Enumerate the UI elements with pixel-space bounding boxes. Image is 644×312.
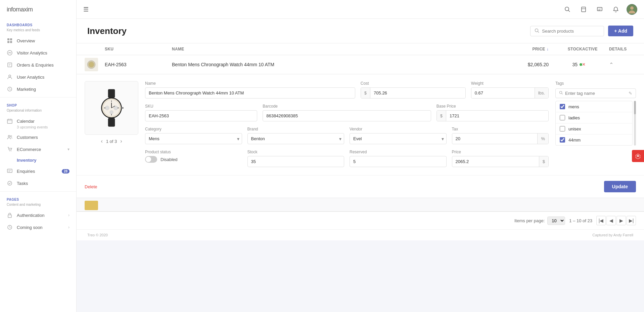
svg-point-9 (8, 135, 10, 137)
sidebar-item-enquiries[interactable]: Enquiries 28 (0, 165, 76, 177)
update-button[interactable]: Update (604, 181, 636, 192)
tag-mens-checkbox[interactable] (560, 104, 565, 109)
svg-point-40 (560, 91, 562, 94)
page-next-button[interactable]: ▶ (616, 216, 626, 225)
next-arrow-icon[interactable]: › (120, 138, 122, 144)
per-page-select[interactable]: 10 25 50 (547, 217, 565, 225)
col-header-price[interactable]: Price ↓ (495, 47, 549, 51)
brand-select-wrapper: Benton ▾ (247, 133, 344, 144)
sku-input[interactable] (145, 110, 257, 121)
footer-left: Treo © 2020 (87, 233, 108, 237)
shop-section: SHOP (0, 100, 76, 109)
sidebar-item-orders[interactable]: Orders & Enquiries (0, 59, 76, 71)
auth-chevron-icon: › (68, 213, 70, 218)
svg-point-22 (535, 29, 538, 32)
avatar[interactable] (627, 4, 637, 15)
tag-unisex: unisex (556, 123, 632, 134)
name-input[interactable] (145, 87, 355, 99)
product-thumbnail (85, 58, 98, 71)
details-chevron-icon[interactable]: ⌃ (609, 62, 613, 68)
sidebar-item-tasks[interactable]: Tasks (0, 177, 76, 189)
page-title: Inventory (87, 26, 530, 36)
tag-ladies: ladies (556, 112, 632, 123)
barcode-input[interactable] (263, 110, 431, 121)
weight-field-group: Weight lbs. (471, 81, 549, 99)
bookmarks-icon[interactable] (578, 4, 589, 15)
sidebar-item-customers[interactable]: Customers (0, 131, 76, 143)
tag-ladies-checkbox[interactable] (560, 115, 565, 120)
col-header-stock: Stock (549, 47, 582, 51)
detail-panel-container: ‹ 1 of 3 › Name (77, 74, 644, 198)
col-header-sku: SKU (105, 47, 172, 51)
footer: Treo © 2020 Captured by Andy Farrell (77, 229, 644, 240)
image-nav-controls: ‹ 1 of 3 › (85, 138, 138, 144)
sidebar-sub-inventory[interactable]: Inventory (17, 155, 76, 165)
action-row: Delete Update (77, 175, 644, 198)
overview-icon (7, 38, 13, 44)
sidebar-item-visitor-analytics[interactable]: Visitor Analytics (0, 47, 76, 59)
calendar-label: Calendar (17, 119, 65, 124)
tag-44mm: 44mm (556, 134, 632, 145)
topnav: ☰ (77, 0, 644, 19)
row-details[interactable]: ⌃ (609, 62, 636, 68)
base-price-input[interactable] (446, 111, 548, 121)
base-price-label: Base Price (436, 104, 549, 109)
weight-input-wrapper: lbs. (471, 87, 549, 99)
cost-input[interactable] (370, 88, 465, 98)
tags-panel: Tags ✎ mens (555, 81, 636, 167)
shop-sub: Operational information (0, 109, 76, 115)
active-status-icon: × (582, 62, 585, 67)
sidebar-item-coming-soon[interactable]: Coming soon › (0, 221, 76, 233)
svg-point-21 (630, 6, 634, 10)
tags-search-box[interactable]: ✎ (555, 88, 636, 98)
reserved-label: Reserved (350, 150, 447, 154)
settings-fab[interactable] (632, 150, 644, 162)
delete-button[interactable]: Delete (85, 184, 97, 189)
hamburger-icon[interactable]: ☰ (83, 6, 89, 13)
notifications-icon[interactable] (610, 4, 621, 15)
tax-input[interactable] (452, 133, 538, 144)
base-price-currency: $ (437, 111, 446, 121)
messages-icon[interactable] (594, 4, 605, 15)
visitor-analytics-icon (7, 50, 13, 56)
page-first-button[interactable]: |◀ (596, 216, 606, 225)
stock-indicator (580, 63, 582, 66)
stock-input[interactable] (247, 156, 344, 167)
tags-search-icon (559, 91, 563, 96)
sidebar-item-overview[interactable]: Overview (0, 35, 76, 47)
form-row-1: Name Cost $ Weight (145, 81, 549, 99)
weight-label: Weight (471, 81, 549, 86)
page-last-button[interactable]: ▶| (627, 216, 636, 225)
search-icon[interactable] (562, 4, 573, 15)
stock-label: Stock (247, 150, 344, 154)
sidebar-item-ecommerce[interactable]: ECommerce ▾ (0, 143, 76, 155)
price-field-group: Price $ (452, 150, 549, 167)
vendor-select[interactable]: Evel (350, 133, 447, 144)
cost-field-group: Cost $ (361, 81, 466, 99)
search-box[interactable] (530, 26, 604, 36)
svg-rect-0 (7, 38, 9, 40)
prev-arrow-icon[interactable]: ‹ (101, 138, 102, 144)
weight-input[interactable] (471, 88, 535, 98)
price-input[interactable] (452, 156, 539, 167)
tags-search-input[interactable] (565, 91, 627, 96)
footer-right: Captured by Andy Farrell (592, 233, 633, 237)
row2-thumb (85, 201, 105, 210)
svg-point-6 (9, 75, 11, 77)
category-select[interactable]: Mens Ladies Unisex (145, 133, 242, 144)
add-button[interactable]: + Add (608, 26, 633, 36)
svg-rect-37 (121, 107, 124, 109)
sidebar-item-authentication[interactable]: Authentication › (0, 209, 76, 221)
tag-44mm-checkbox[interactable] (560, 137, 565, 143)
page-prev-button[interactable]: ◀ (606, 216, 616, 225)
sidebar-item-marketing[interactable]: Marketing (0, 83, 76, 95)
sidebar-item-user-analytics[interactable]: User Analytics (0, 71, 76, 83)
search-input[interactable] (542, 29, 600, 34)
toggle-switch[interactable] (145, 156, 157, 163)
reserved-input[interactable] (350, 156, 447, 167)
tags-edit-icon[interactable]: ✎ (629, 91, 632, 96)
brand-select[interactable]: Benton (247, 133, 344, 144)
calendar-sub: 3 upcoming events (0, 125, 76, 131)
tag-unisex-checkbox[interactable] (560, 126, 565, 131)
tax-input-wrapper: % (452, 133, 549, 144)
